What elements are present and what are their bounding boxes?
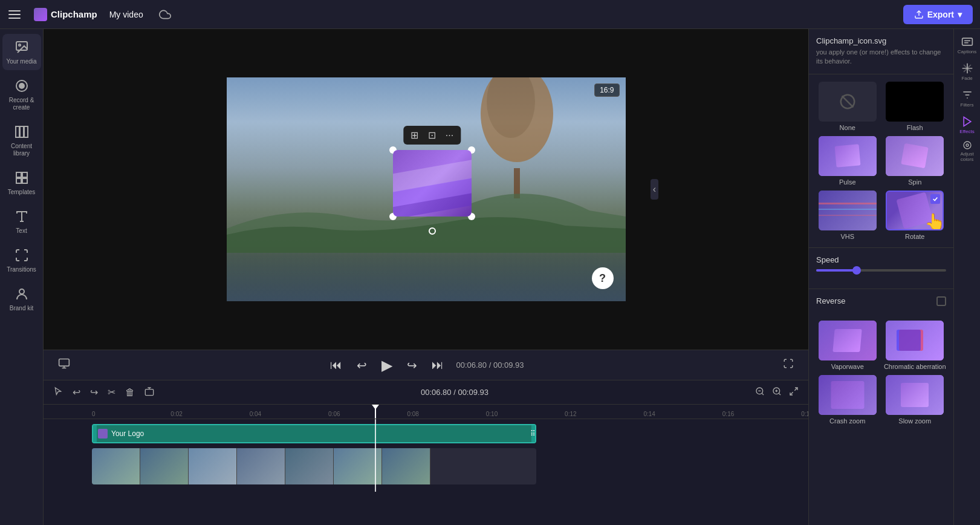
sidebar-label-your-media: Your media — [6, 58, 36, 65]
logo-track-clip-icon — [98, 429, 108, 439]
sidebar-label-brand-kit: Brand kit — [10, 305, 33, 312]
effect-rotate[interactable]: 👆 Rotate — [884, 191, 947, 240]
app-name: Clipchamp — [51, 9, 97, 19]
svg-rect-5 — [16, 126, 19, 137]
svg-line-32 — [842, 96, 853, 107]
right-panel: Clipchamp_icon.svg you apply one (or mor… — [808, 29, 953, 525]
trim-handle-left[interactable] — [93, 425, 97, 442]
video-thumb-7 — [382, 448, 430, 484]
effects-button[interactable]: Effects — [956, 114, 978, 135]
delete-button[interactable]: 🗑 — [123, 385, 137, 400]
timeline-time-display: 00:06.80 / 00:09.93 — [161, 388, 748, 397]
sidebar-item-transitions[interactable]: Transitions — [2, 242, 41, 278]
sidebar-item-your-media[interactable]: Your media — [2, 34, 41, 70]
skip-start-button[interactable]: ⏮ — [328, 356, 345, 374]
reverse-checkbox[interactable] — [936, 296, 946, 306]
library-icon — [13, 123, 30, 140]
speed-slider-thumb[interactable] — [852, 266, 861, 275]
fullscreen-button[interactable] — [780, 356, 796, 374]
fade-button[interactable]: Fade — [956, 60, 978, 82]
svg-line-23 — [762, 393, 764, 395]
effect-vhs[interactable]: VHS — [816, 191, 879, 240]
center-area: ⊞ ⊡ ··· 16:9 ? ‹ — [44, 29, 808, 525]
effect-thumb-vaporwave — [819, 321, 877, 360]
svg-rect-18 — [59, 359, 70, 367]
filters-button[interactable]: Filters — [956, 87, 978, 109]
svg-line-30 — [790, 392, 793, 395]
sidebar-item-brand-kit[interactable]: Brand kit — [2, 281, 41, 317]
ruler-mark-06: 0:06 — [328, 411, 340, 417]
play-pause-button[interactable]: ▶ — [379, 354, 395, 376]
effect-label-none: None — [840, 124, 855, 131]
captions-button[interactable]: Captions — [956, 34, 978, 56]
crop-button[interactable]: ⊞ — [408, 128, 421, 142]
video-track-clip[interactable] — [92, 448, 536, 484]
help-button[interactable]: ? — [592, 267, 614, 289]
forward-button[interactable]: ↪ — [404, 356, 420, 375]
brand-icon — [13, 285, 30, 302]
effect-label-crash-zoom: Crash zoom — [829, 417, 865, 425]
sidebar-item-templates[interactable]: Templates — [2, 165, 41, 201]
adjust-colors-label: Adjust colors — [956, 151, 978, 162]
effect-flash[interactable]: Flash — [884, 82, 947, 131]
ruler-mark-16: 0:16 — [722, 411, 734, 417]
rewind-button[interactable]: ↩ — [354, 356, 369, 375]
svg-rect-10 — [16, 178, 21, 183]
zoom-in-button[interactable] — [770, 384, 784, 401]
menu-button[interactable] — [7, 5, 27, 24]
sidebar-item-record[interactable]: Record &create — [2, 73, 41, 116]
export-chevron: ▾ — [958, 10, 962, 19]
effect-pulse[interactable]: Pulse — [816, 136, 879, 186]
effect-label-slow-zoom: Slow zoom — [898, 417, 931, 425]
cloud-sync-button[interactable] — [155, 5, 175, 24]
sidebar-item-text[interactable]: Text — [2, 203, 41, 240]
topbar: Clipchamp My video Export ▾ — [0, 0, 980, 29]
selected-logo-item[interactable]: ⊞ ⊡ ··· — [393, 150, 472, 217]
cut-button[interactable]: ✂ — [105, 384, 118, 400]
redo-button[interactable]: ↪ — [88, 384, 100, 400]
selection-handle-rotate[interactable] — [429, 227, 436, 235]
effect-label-spin: Spin — [908, 178, 921, 186]
select-tool-button[interactable] — [51, 384, 65, 401]
toggle-clip-view-button[interactable] — [56, 355, 73, 375]
fit-timeline-button[interactable] — [787, 384, 801, 401]
effect-none[interactable]: None — [816, 82, 879, 131]
app-logo: Clipchamp — [34, 8, 97, 21]
logo-track-clip[interactable]: Your Logo ⠿ — [92, 424, 536, 443]
layout-button[interactable]: ⊡ — [426, 128, 438, 142]
sidebar-item-content-library[interactable]: Content library — [2, 119, 41, 162]
effect-thumb-crash-zoom — [819, 375, 877, 415]
zoom-out-button[interactable] — [753, 384, 767, 401]
effect-slow-zoom[interactable]: Slow zoom — [884, 375, 947, 425]
skip-end-button[interactable]: ⏭ — [429, 356, 446, 374]
trim-handle-right[interactable]: ⠿ — [531, 425, 535, 442]
playback-controls: ⏮ ↩ ▶ ↪ ⏭ 00:06.80 / 00:09.93 — [44, 350, 808, 380]
effect-vaporwave[interactable]: Vaporwave — [816, 321, 879, 370]
collapse-right-panel-button[interactable]: ‹ — [651, 179, 658, 200]
svg-point-39 — [964, 142, 971, 149]
ruler-mark-08: 0:08 — [407, 411, 418, 417]
effect-crash-zoom[interactable]: Crash zoom — [816, 375, 879, 425]
effects-grid-2: Vaporwave Chromatic aberration — [809, 313, 953, 432]
effect-spin[interactable]: Spin — [884, 136, 947, 186]
effect-chromatic-aberration[interactable]: Chromatic aberration — [884, 321, 947, 370]
record-icon — [13, 77, 30, 94]
ruler-mark-14: 0:14 — [643, 411, 655, 417]
speed-slider-container[interactable] — [816, 269, 946, 281]
timeline-zoom-controls — [753, 384, 801, 401]
effect-thumb-spin — [886, 136, 944, 176]
video-thumb-2 — [140, 448, 189, 484]
right-panel-header: Clipchamp_icon.svg you apply one (or mor… — [809, 29, 953, 74]
reverse-label: Reverse — [816, 296, 932, 305]
more-options-button[interactable]: ··· — [443, 129, 456, 142]
sidebar-label-content-library: Content library — [6, 143, 37, 157]
adjust-colors-button[interactable]: Adjust colors — [956, 140, 978, 162]
ruler-playhead — [375, 405, 376, 419]
project-name-button[interactable]: My video — [105, 7, 148, 22]
ruler-mark-04: 0:04 — [250, 411, 261, 417]
svg-line-26 — [779, 393, 780, 395]
add-to-timeline-button[interactable] — [142, 384, 157, 401]
preview-container: ⊞ ⊡ ··· 16:9 ? — [227, 77, 626, 301]
export-button[interactable]: Export ▾ — [903, 5, 973, 24]
undo-button[interactable]: ↩ — [70, 384, 83, 400]
